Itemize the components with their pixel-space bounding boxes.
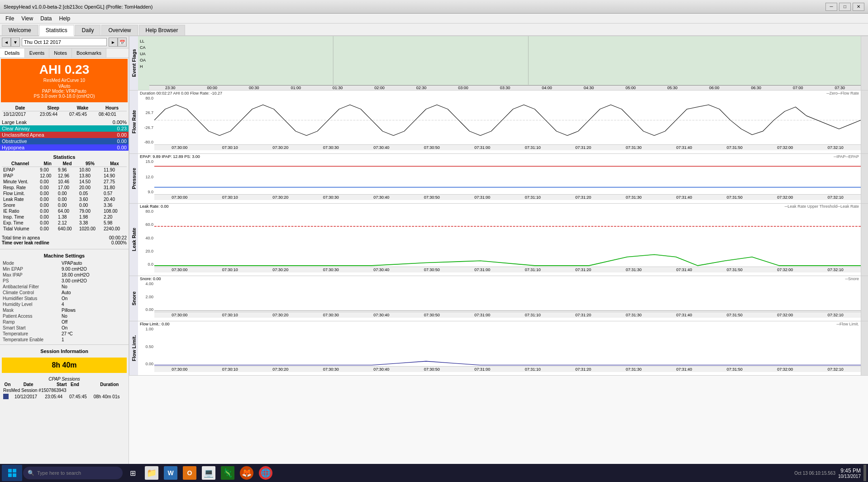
flow-limit-scrollbar[interactable] — [861, 321, 868, 375]
app-title: SleepyHead v1.0.0-beta-2 [cb213cc OpenGL… — [4, 4, 153, 10]
minimize-button[interactable]: ─ — [825, 3, 837, 11]
taskbar-app-4[interactable]: 💻 — [200, 465, 218, 481]
flow-limit-svg — [154, 327, 861, 366]
session-table: Date Sleep Wake Hours 10/12/2017 23:05:4… — [2, 105, 127, 117]
flow-limit-graph-area — [154, 327, 861, 366]
machine-settings-section: Machine Settings ModeVPAPauto Min EPAP9.… — [0, 251, 129, 343]
leak-rate-title: Leak Rate: 0.00 ─Leak Rate Upper Thresho… — [138, 204, 861, 209]
taskbar-app-5[interactable]: 🦎 — [219, 465, 237, 481]
left-panel: ◄ ▼ ► 📅 Details Events Notes Bookmarks A… — [0, 36, 129, 468]
leak-rate-time-axis: 07:30:0007:30:1007:30:2007:30:3007:30:40… — [154, 267, 861, 272]
stats-row-minute-vent: Minute Vent.0.0010.4614.5027.75 — [2, 179, 127, 185]
statistics-header: Statistics — [2, 153, 127, 161]
clock-time: 9:45 PM — [840, 468, 861, 474]
tab-bar: Welcome Statistics Daily Overview Help B… — [0, 24, 868, 36]
events-section: Large Leak 0.00% Clear Airway 0.23 Uncla… — [0, 119, 129, 151]
setting-temp-enable: Temperature Enable1 — [0, 337, 129, 343]
device-name: ResMed AirCurve 10 — [3, 78, 126, 83]
menu-view[interactable]: View — [18, 14, 37, 23]
taskbar-app-3[interactable]: O — [181, 465, 199, 481]
cpap-resmed-label: ResMed Session #1507863943 — [2, 387, 127, 393]
menu-help[interactable]: Help — [56, 14, 74, 23]
tab-statistics[interactable]: Statistics — [39, 25, 74, 36]
leak-rate-scrollbar[interactable] — [861, 204, 868, 276]
dropdown-arrow-button[interactable]: ▼ — [11, 38, 20, 47]
setting-patient-access: Patient AccessNo — [0, 313, 129, 319]
search-placeholder: Type here to search — [37, 470, 81, 476]
event-obstructive: Obstructive 0.00 — [0, 138, 129, 144]
maximize-button[interactable]: □ — [839, 3, 851, 11]
next-date-button[interactable]: ► — [109, 38, 118, 47]
taskbar-app-2[interactable]: W — [162, 465, 180, 481]
stats-row-tidal-volume: Tidal Volume0.00640.001020.002240.00 — [2, 226, 127, 232]
taskbar-app-6[interactable]: 🦊 — [238, 465, 256, 481]
taskbar-search[interactable]: 🔍 Type here to search — [23, 467, 123, 479]
snore-scrollbar[interactable] — [861, 276, 868, 321]
event-flags-chart: Event Flags LL CA UA OA H — [129, 36, 868, 91]
subtab-bookmarks[interactable]: Bookmarks — [72, 48, 106, 57]
snore-content: 4.00 2.00 0.00 — [138, 282, 861, 312]
event-unclassified-value: 0.00 — [117, 132, 127, 138]
setting-smart-start: Smart StartOn — [0, 325, 129, 331]
close-button[interactable]: ✕ — [853, 3, 864, 11]
statistics-section: Statistics Channel Min Med 95% Max EPAP9… — [0, 151, 129, 234]
stats-row-resp-rate: Resp. Rate0.0017.0020.0031.80 — [2, 185, 127, 191]
subtab-details[interactable]: Details — [0, 48, 25, 57]
session-duration-box: 8h 40m — [2, 358, 127, 373]
setting-mode: ModeVPAPauto — [0, 260, 129, 266]
event-obstructive-value: 0.00 — [117, 138, 127, 144]
event-clear-airway-value: 0.23 — [117, 126, 127, 131]
session-sleep: 23:05:44 — [38, 111, 68, 118]
flow-rate-title: Duration 00:02:27 AHI 0.00 Flow Rate: -1… — [138, 91, 861, 96]
event-unclassified-apnea: Unclassified Apnea 0.00 — [0, 132, 129, 138]
tab-overview[interactable]: Overview — [101, 25, 138, 35]
taskbar-app-7[interactable]: 🌐 — [257, 465, 275, 481]
divider-2 — [0, 344, 129, 345]
leak-rate-content: 80.0 60.0 40.0 20.0 0.0 — [138, 209, 861, 267]
tab-daily[interactable]: Daily — [75, 25, 101, 35]
notification-area — [863, 465, 866, 481]
menu-data[interactable]: Data — [37, 14, 55, 23]
date-input[interactable] — [22, 38, 107, 46]
task-view-button[interactable]: ⊞ — [124, 465, 142, 481]
pressure-content: 15.0 12.0 9.0 — [138, 159, 861, 194]
right-panel[interactable]: Event Flags LL CA UA OA H — [129, 36, 868, 468]
leak-total-label: Time over leak redline — [2, 240, 49, 245]
event-hypopnea-value: 0.00 — [117, 145, 127, 150]
subtab-events[interactable]: Events — [25, 48, 50, 57]
divider-1 — [0, 249, 129, 249]
sub-tab-bar: Details Events Notes Bookmarks — [0, 48, 129, 58]
clock-date: 10/13/2017 — [838, 474, 861, 479]
taskbar-app-1[interactable]: 📁 — [143, 465, 161, 481]
start-button[interactable] — [2, 465, 22, 481]
flow-rate-y-axis: 80.0 26.7 -26.7 -80.0 — [138, 96, 154, 144]
flow-limit-title: Flow Limit.: 0.00 ─Flow Limit. — [138, 321, 861, 327]
event-flags-scrollbar[interactable] — [861, 36, 868, 90]
session-summary: Date Sleep Wake Hours 10/12/2017 23:05:4… — [0, 103, 129, 119]
flow-rate-scrollbar[interactable] — [861, 91, 868, 153]
setting-max-ipap: Max IPAP18.00 cmH2O — [0, 272, 129, 278]
flow-limit-content: 1.00 0.50 0.00 — [138, 327, 861, 366]
prev-date-button[interactable]: ◄ — [2, 38, 11, 47]
menu-file[interactable]: File — [2, 14, 18, 23]
snore-y-axis: 4.00 2.00 0.00 — [138, 282, 154, 312]
cpap-table-header: On Date Start End Duration — [2, 382, 127, 387]
subtab-notes[interactable]: Notes — [49, 48, 72, 57]
leak-total-value: 0.000% — [111, 240, 127, 245]
pressure-title: EPAP: 9.89 IPAP: 12.89 PS: 3.00 ─IPAP─EP… — [138, 154, 861, 159]
calendar-button[interactable]: 📅 — [118, 38, 127, 47]
session-row: 10/12/2017 23:05:44 07:45:45 08:40:01 — [2, 111, 127, 118]
cpap-session-row: 10/12/2017 23:05:44 07:45:45 08h 40m 01s — [2, 393, 127, 400]
windows-icon — [8, 468, 17, 477]
event-flags-label: Event Flags — [129, 36, 138, 90]
tab-welcome[interactable]: Welcome — [2, 25, 38, 35]
pressure-scrollbar[interactable] — [861, 154, 868, 203]
flow-rate-time-axis: 07:30:0007:30:1007:30:2007:30:3007:30:40… — [154, 144, 861, 150]
device-type: VAuto — [3, 84, 126, 89]
tab-help-browser[interactable]: Help Browser — [139, 25, 185, 35]
system-time-datetime: Oct 13 06:10:15.563 — [794, 471, 835, 476]
leak-rate-label: Leak Rate — [129, 204, 138, 276]
event-large-leak-value: 0.00% — [113, 119, 127, 125]
ahi-value: AHI 0.23 — [3, 62, 126, 77]
apnea-total-value: 00:00:22 — [109, 235, 127, 240]
